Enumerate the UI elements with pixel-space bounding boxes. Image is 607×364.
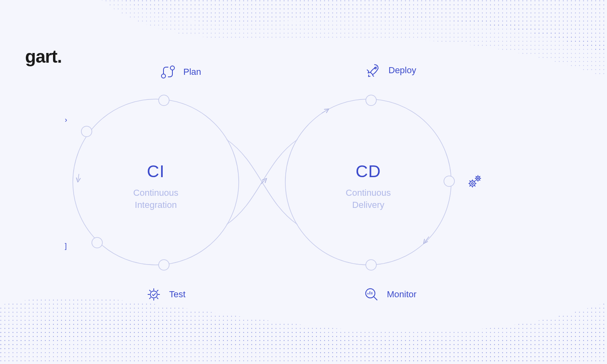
infinity-loop (0, 0, 607, 364)
svg-point-13 (150, 291, 157, 298)
svg-point-8 (444, 176, 454, 186)
stage-plan-label: Plan (183, 67, 201, 77)
edge-artifact-bottom: ] (65, 242, 67, 250)
svg-point-12 (375, 67, 376, 69)
cd-center-label: CD Continuous Delivery (334, 162, 403, 211)
brand-logo: gart. (25, 47, 62, 67)
svg-point-10 (161, 74, 166, 78)
svg-point-5 (92, 237, 102, 248)
cd-full: Continuous Delivery (334, 187, 403, 211)
svg-point-4 (81, 126, 92, 137)
stage-monitor-label: Monitor (387, 289, 416, 300)
edge-artifact-top: › (65, 116, 67, 124)
stage-test: Test (146, 286, 185, 303)
stage-deploy-label: Deploy (388, 65, 416, 76)
stage-plan: Plan (160, 64, 201, 80)
analytics-magnify-icon (363, 286, 380, 303)
stage-monitor: Monitor (363, 286, 416, 303)
ci-full: Continuous Integration (121, 187, 190, 211)
stage-test-label: Test (169, 289, 185, 300)
brand-dot: . (57, 47, 62, 66)
rocket-icon (365, 62, 381, 78)
brand-name: gart (25, 47, 57, 66)
svg-point-7 (366, 95, 376, 106)
svg-point-11 (170, 66, 174, 70)
stage-operate (466, 174, 490, 190)
gear-check-icon (146, 286, 162, 303)
route-icon (160, 64, 176, 80)
gears-icon (466, 174, 482, 190)
cd-abbr: CD (334, 162, 403, 181)
svg-point-18 (478, 178, 479, 179)
svg-point-9 (366, 260, 376, 270)
ci-center-label: CI Continuous Integration (121, 162, 190, 211)
svg-point-3 (159, 95, 169, 106)
svg-point-6 (159, 260, 169, 270)
stage-deploy: Deploy (365, 62, 416, 78)
svg-point-16 (471, 182, 473, 184)
ci-abbr: CI (121, 162, 190, 181)
